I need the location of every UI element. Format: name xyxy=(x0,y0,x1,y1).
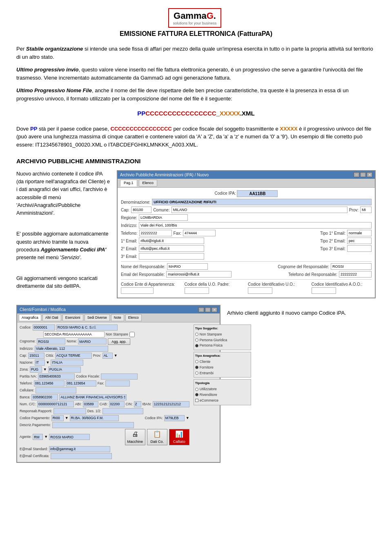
tel-resp-input[interactable] xyxy=(339,271,372,278)
ipa-body: Codice IPA: Denominazione: Cap: Comune: … xyxy=(118,188,375,298)
cognome-resp-input[interactable] xyxy=(331,263,372,270)
dati-co-icon: 📋 xyxy=(153,429,161,439)
rivenditore-radio[interactable] xyxy=(195,393,198,396)
cliente-radio[interactable] xyxy=(195,360,198,363)
tipo2-input[interactable] xyxy=(347,238,372,244)
codice-ipa-client-input[interactable] xyxy=(164,415,185,421)
action-buttons[interactable]: 🖨 Macchine 📋 Dati Co. 📊 Calliato xyxy=(125,429,189,445)
cap-client-input[interactable] xyxy=(28,353,45,359)
cod-pag-arrow[interactable]: ▼ xyxy=(65,415,69,421)
des12-input[interactable] xyxy=(102,408,143,414)
client-tab-note[interactable]: Note xyxy=(111,314,124,321)
cod-pag-desc-input[interactable] xyxy=(70,415,119,421)
persona-giuridica-radio[interactable] xyxy=(195,338,198,342)
num-cc-input[interactable] xyxy=(37,401,74,407)
nazione-input[interactable] xyxy=(35,360,45,366)
cellulare-input[interactable] xyxy=(36,387,76,393)
codice-id-uo-input[interactable] xyxy=(248,287,272,294)
fax-client-input[interactable] xyxy=(105,380,130,387)
client-titlebar-buttons[interactable]: ─ □ ✕ xyxy=(198,307,217,312)
client-close-button[interactable]: ✕ xyxy=(212,307,217,312)
cin-input[interactable] xyxy=(134,401,141,407)
agente-input[interactable] xyxy=(33,434,43,440)
nazione-desc-input[interactable] xyxy=(51,360,83,366)
codice-ente-input[interactable] xyxy=(121,287,154,294)
email2-input[interactable] xyxy=(139,245,204,252)
codice-id-aoo-input[interactable] xyxy=(312,287,336,294)
piva-input[interactable] xyxy=(38,373,75,380)
zona-desc-input[interactable] xyxy=(48,367,81,373)
indirizzo-client-input[interactable] xyxy=(35,346,108,352)
fax-input[interactable] xyxy=(183,230,216,236)
cod-pag-input[interactable] xyxy=(51,415,64,421)
tipo1-input[interactable] xyxy=(347,230,372,236)
ragione-input[interactable] xyxy=(56,324,118,331)
non-stampare-radio[interactable] xyxy=(195,333,198,336)
dati-co-button[interactable]: 📋 Dati Co. xyxy=(147,429,167,445)
entrambi-radio[interactable] xyxy=(195,371,198,375)
denominazione-input[interactable] xyxy=(152,199,372,205)
macchine-button[interactable]: 🖨 Macchine xyxy=(125,429,145,445)
codice-ipa-input[interactable] xyxy=(237,190,278,197)
email1-input[interactable] xyxy=(139,238,204,244)
iban-input[interactable] xyxy=(153,401,189,407)
prov-input[interactable] xyxy=(360,207,372,213)
email-resp-input[interactable] xyxy=(166,271,232,278)
codice-uo-padre-input[interactable] xyxy=(185,287,209,294)
minimize-button[interactable]: ─ xyxy=(354,172,359,177)
codice-ipa-arrow[interactable]: ▼ xyxy=(186,415,189,421)
comune-input[interactable] xyxy=(172,207,347,213)
persona-fisica-radio[interactable] xyxy=(195,344,198,347)
close-button[interactable]: ✕ xyxy=(367,172,372,177)
cab-input[interactable] xyxy=(109,401,125,407)
prov-arrow[interactable]: ▼ xyxy=(114,353,118,359)
cf-client-input[interactable] xyxy=(101,373,138,380)
nome-resp-input[interactable] xyxy=(167,263,208,270)
ipa-tab-pag1[interactable]: Pag.1 xyxy=(120,180,137,187)
ecommerce-check[interactable] xyxy=(195,399,198,402)
tipo3-input[interactable] xyxy=(347,245,372,252)
descriz-input[interactable] xyxy=(52,422,134,428)
fornitore-radio[interactable] xyxy=(195,366,198,369)
client-tab-altri-dati[interactable]: Altri Dati xyxy=(42,314,61,321)
agente-desc-input[interactable] xyxy=(49,434,90,440)
telefono-input[interactable] xyxy=(139,230,172,236)
ipa-tabs[interactable]: Pag.1 Elenco xyxy=(118,179,375,188)
client-tab-elenco[interactable]: Elenco xyxy=(125,314,142,321)
maximize-button[interactable]: □ xyxy=(360,172,366,177)
tel1-input[interactable] xyxy=(34,380,65,387)
client-tab-esenzioni[interactable]: Esenzioni xyxy=(62,314,83,321)
prov-client-input[interactable] xyxy=(102,353,113,359)
indirizzo-input[interactable] xyxy=(139,222,372,229)
ipa-titlebar-buttons[interactable]: ─ □ ✕ xyxy=(354,172,372,177)
banca-desc-input[interactable] xyxy=(59,394,127,400)
client-maximize-button[interactable]: □ xyxy=(205,307,211,312)
agente-arrow[interactable]: ▼ xyxy=(44,434,48,440)
client-minimize-button[interactable]: ─ xyxy=(198,307,204,312)
citta-input[interactable] xyxy=(55,353,92,359)
codice-input[interactable] xyxy=(33,324,55,331)
cognome-input[interactable] xyxy=(37,338,65,344)
nome-input[interactable] xyxy=(78,338,107,344)
regione-input[interactable] xyxy=(139,214,188,221)
client-tab-sedi-diverse[interactable]: Sedi Diverse xyxy=(85,314,110,321)
calliato-button[interactable]: 📊 Calliato xyxy=(169,429,189,445)
email-std-input[interactable] xyxy=(49,446,110,452)
cap-input[interactable] xyxy=(131,207,151,213)
zona-input[interactable] xyxy=(30,367,42,373)
email-cert-input[interactable] xyxy=(51,453,112,459)
tel2-input[interactable] xyxy=(66,380,96,387)
email3-input[interactable] xyxy=(139,253,204,260)
agg-app-button[interactable]: Agg. app. xyxy=(108,338,130,345)
abi-input[interactable] xyxy=(83,401,98,407)
non-stampare-check[interactable] xyxy=(129,332,135,337)
resp-client-input[interactable] xyxy=(53,408,86,414)
seconda-riga-input[interactable] xyxy=(43,331,105,338)
zona-arrow[interactable]: ▼ xyxy=(43,367,47,373)
client-tab-anagrafica[interactable]: Anagrafica xyxy=(19,314,41,321)
client-tabs[interactable]: Anagrafica Altri Dati Esenzioni Sedi Div… xyxy=(17,313,220,322)
banca-input[interactable] xyxy=(31,394,58,400)
ipa-tab-elenco[interactable]: Elenco xyxy=(139,180,158,187)
utilizzatore-radio[interactable] xyxy=(195,388,198,391)
nazione-arrow[interactable]: ▼ xyxy=(46,360,50,366)
